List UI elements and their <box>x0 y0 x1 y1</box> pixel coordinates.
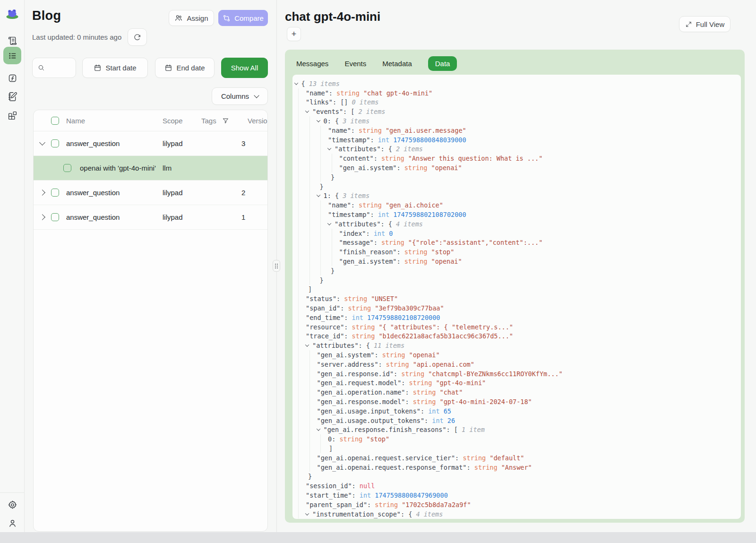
json-token: int <box>374 230 389 237</box>
start-date-label: Start date <box>105 64 136 72</box>
json-line: } <box>292 266 741 276</box>
json-tree-view: { 13 items"name": string "chat gpt-4o-mi… <box>292 75 741 519</box>
row-version: 3 <box>241 131 245 156</box>
json-token: string <box>359 127 386 134</box>
json-token: string <box>413 388 440 396</box>
json-token: : <box>370 211 378 218</box>
span-title: chat gpt-4o-mini <box>285 9 380 24</box>
chevron-down-icon[interactable] <box>327 221 331 225</box>
search-box[interactable] <box>32 58 76 78</box>
json-token: "gen_ai.choice" <box>386 201 443 209</box>
blocks-icon[interactable] <box>3 107 21 124</box>
indent-guide <box>320 229 321 238</box>
json-token: "gen_ai.user.message" <box>386 127 466 134</box>
search-input[interactable] <box>48 64 71 72</box>
row-scope: lilypad <box>163 131 183 156</box>
chevron-down-icon[interactable] <box>316 118 320 122</box>
spans-table: Name Scope Tags Versions answer_question… <box>33 110 268 532</box>
refresh-button[interactable] <box>128 28 147 46</box>
chevron-down-icon[interactable] <box>316 427 320 431</box>
json-line: "attributes": { 2 items <box>292 145 741 154</box>
indent-guide <box>298 210 299 219</box>
indent-guide <box>298 107 299 116</box>
column-header-scope[interactable]: Scope <box>163 110 183 131</box>
indent-guide <box>332 163 332 172</box>
chevron-down-icon[interactable] <box>305 343 309 347</box>
chevron-down-icon[interactable] <box>305 511 309 515</box>
chevron-down-icon[interactable] <box>39 139 45 146</box>
show-all-button[interactable]: Show All <box>221 58 268 78</box>
indent-guide <box>298 266 299 276</box>
row-checkbox[interactable] <box>51 189 59 197</box>
chevron-down-icon[interactable] <box>294 81 298 85</box>
chevron-right-icon[interactable] <box>39 214 45 220</box>
json-line: "timestamp": int 1747598800848039000 <box>292 135 741 145</box>
json-token: "b1dec6221a8acfa5b31acc96c367d5..." <box>378 332 513 340</box>
indent-guide <box>298 238 299 248</box>
row-checkbox[interactable] <box>51 139 59 147</box>
json-token: "name" <box>328 201 351 209</box>
json-token: "content" <box>339 155 374 162</box>
tab-messages[interactable]: Messages <box>296 56 328 71</box>
gear-icon[interactable] <box>3 496 21 514</box>
json-token: string <box>359 201 386 209</box>
notebook-pen-icon[interactable] <box>3 88 21 105</box>
json-token: string <box>474 464 501 471</box>
list-grid-icon[interactable] <box>3 47 21 64</box>
horizontal-scrollbar[interactable] <box>0 532 756 543</box>
function-icon[interactable] <box>3 69 21 87</box>
indent-guide <box>309 406 310 416</box>
table-row[interactable]: answer_questionlilypad1 <box>34 205 267 230</box>
json-token: string <box>386 361 413 368</box>
frog-lilypad-logo[interactable] <box>3 4 21 22</box>
select-all-checkbox[interactable] <box>51 117 59 125</box>
end-date-button[interactable]: End date <box>155 58 215 78</box>
json-token: 1 <box>324 192 327 199</box>
json-line: "attributes": { 11 items <box>292 341 741 350</box>
span-detail-panel: MessagesEventsMetadataData { 13 items"na… <box>285 50 745 523</box>
tab-data[interactable]: Data <box>428 56 457 71</box>
json-token: string <box>413 398 440 405</box>
column-header-versions[interactable]: Versions <box>248 110 268 131</box>
tab-events[interactable]: Events <box>344 56 366 71</box>
table-row[interactable]: answer_questionlilypad3 <box>34 131 267 156</box>
json-token: : <box>396 258 404 265</box>
indent-guide <box>298 313 299 322</box>
json-token: : { <box>381 220 396 228</box>
start-date-button[interactable]: Start date <box>82 58 148 78</box>
chevron-right-icon[interactable] <box>39 190 45 196</box>
compare-button[interactable]: Compare <box>218 10 268 26</box>
json-token: "openai" <box>409 351 440 359</box>
json-token: string <box>375 501 402 509</box>
full-view-button[interactable]: Full View <box>679 16 730 32</box>
add-comment-button[interactable]: + <box>287 27 301 41</box>
json-token: "gen_ai.system" <box>339 164 397 172</box>
json-line: "gen_ai.response.finish_reasons": [ 1 it… <box>292 425 741 434</box>
assign-button[interactable]: Assign <box>169 10 214 26</box>
json-token: string <box>348 304 375 312</box>
json-line: { 13 items <box>292 79 741 88</box>
row-checkbox[interactable] <box>63 164 71 172</box>
indent-guide <box>320 163 321 172</box>
tab-metadata[interactable]: Metadata <box>382 56 412 71</box>
panel-resize-handle[interactable] <box>273 260 280 272</box>
table-row[interactable]: answer_questionlilypad2 <box>34 181 267 205</box>
indent-guide <box>298 388 299 397</box>
column-header-tags[interactable]: Tags <box>201 110 216 131</box>
json-line: "gen_ai.openai.request.response_format":… <box>292 463 741 472</box>
indent-guide <box>309 163 310 172</box>
row-checkbox[interactable] <box>51 213 59 221</box>
chevron-down-icon[interactable] <box>327 147 331 150</box>
column-header-name[interactable]: Name <box>66 110 85 131</box>
table-row[interactable]: openai with 'gpt-4o-mini'llm <box>34 156 267 181</box>
json-token: "stop" <box>431 248 455 256</box>
columns-dropdown[interactable]: Columns <box>212 87 268 105</box>
indent-guide <box>320 126 321 135</box>
json-token: 0 items <box>352 98 379 106</box>
json-token: : <box>329 89 336 97</box>
filter-funnel-icon[interactable] <box>222 117 229 124</box>
json-line: "name": string "chat gpt-4o-mini" <box>292 88 741 98</box>
chevron-down-icon[interactable] <box>305 109 309 113</box>
person-icon[interactable] <box>3 515 21 532</box>
chevron-down-icon[interactable] <box>316 193 320 197</box>
